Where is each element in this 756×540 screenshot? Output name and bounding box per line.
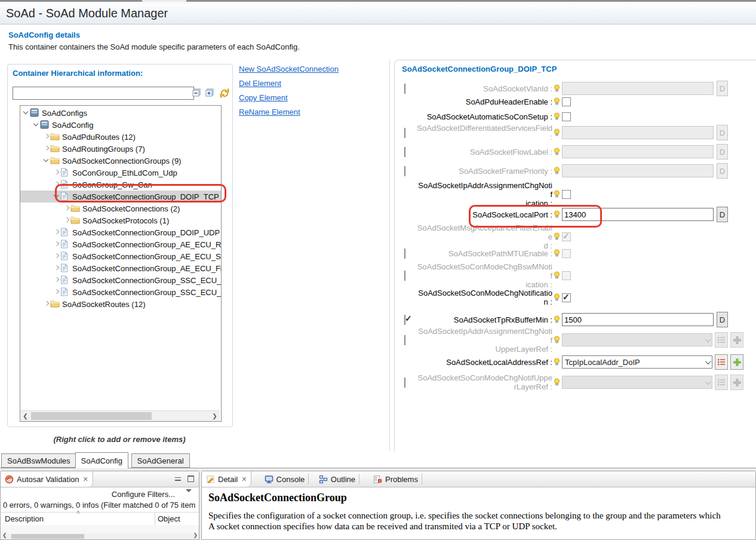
expand-chevron-icon[interactable] — [53, 253, 60, 260]
column-header-description[interactable]: Description — [5, 514, 44, 523]
tree-item-soadsocketconnectiongroup-ae-ecu-rad[interactable]: SoAdSocketConnectionGroup_AE_ECU_Rad — [20, 238, 221, 250]
tree-item-soadroutinggroups-7-[interactable]: SoAdRoutingGroups (7) — [20, 143, 221, 155]
tree-item-soadconfig[interactable]: SoAdConfig — [20, 119, 221, 131]
tree-item-soadsocketconnections-2-[interactable]: SoAdSocketConnections (2) — [20, 202, 221, 214]
minimize-icon[interactable] — [175, 475, 182, 482]
param-label: SoAdSocketFlowLabel : — [416, 148, 552, 157]
collapse-all-icon[interactable] — [192, 88, 202, 98]
expand-chevron-icon[interactable] — [53, 289, 60, 296]
tree-item-soadsocketconnectiongroups-9-[interactable]: SoAdSocketConnectionGroups (9) — [20, 155, 221, 167]
tab-outline[interactable]: Outline — [315, 471, 359, 487]
validation-scrollbar-thumb[interactable] — [11, 534, 84, 539]
folder-icon — [70, 216, 80, 225]
tree-item-soadpduroutes-12-[interactable]: SoAdPduRoutes (12) — [20, 131, 221, 143]
tree-item-soadconfigs[interactable]: SoAdConfigs — [20, 107, 221, 119]
validation-status-text: 0 errors, 0 warnings, 0 infos (Filter ma… — [3, 501, 198, 510]
tree-item-label: SoAdConfig — [52, 121, 93, 130]
link-rename-element[interactable]: ReName Element — [239, 108, 339, 116]
folder-icon — [50, 156, 60, 165]
expand-chevron-icon[interactable] — [63, 205, 70, 212]
param-enable-checkbox[interactable] — [404, 315, 405, 325]
default-value-button[interactable]: D — [717, 312, 728, 327]
expand-chevron-icon[interactable] — [53, 229, 60, 236]
section-title: SoAdConfig details — [8, 30, 80, 39]
reference-list-button[interactable] — [715, 354, 728, 370]
param-enable-checkbox[interactable] — [404, 378, 405, 388]
param-enable-checkbox[interactable] — [404, 84, 405, 94]
param-value-input[interactable] — [562, 208, 714, 221]
param-enable-checkbox[interactable] — [404, 128, 405, 138]
param-value-checkbox[interactable] — [562, 97, 571, 106]
tab-problems[interactable]: Problems — [369, 471, 422, 487]
tab-autosar-validation[interactable]: Autosar Validation ✕ — [1, 471, 93, 487]
top-strip-segment — [0, 0, 142, 2]
param-value-input[interactable] — [562, 313, 714, 326]
param-enable-checkbox[interactable] — [404, 335, 405, 345]
validation-horizontal-scrollbar[interactable]: ❮ ❯ — [1, 533, 199, 539]
scroll-left-arrow[interactable]: ❮ — [2, 532, 7, 538]
collapse-chevron-icon[interactable] — [53, 193, 60, 200]
sheet-tab-soadgeneral[interactable]: SoAdGeneral — [131, 453, 190, 468]
expand-chevron-icon[interactable] — [53, 181, 60, 188]
param-value-checkbox[interactable] — [562, 293, 571, 302]
collapse-chevron-icon[interactable] — [43, 157, 50, 164]
scroll-left-arrow[interactable]: ❮ — [20, 411, 30, 421]
refresh-icon[interactable] — [219, 88, 229, 98]
tree-item-soadsocketconnectiongroup-ssc-ecu-sd[interactable]: SoAdSocketConnectionGroup_SSC_ECU_Sd — [20, 286, 221, 298]
expand-chevron-icon[interactable] — [43, 145, 50, 152]
tree-item-soadsocketprotocols-1-[interactable]: SoAdSocketProtocols (1) — [20, 214, 221, 226]
expand-all-icon[interactable] — [205, 88, 215, 98]
close-icon[interactable]: ✕ — [83, 475, 88, 483]
expand-chevron-icon[interactable] — [43, 133, 50, 140]
scroll-right-arrow[interactable]: ❯ — [210, 411, 220, 421]
tree-item-soadsocketconnectiongroup-doip-tcp[interactable]: SoAdSocketConnectionGroup_DOIP_TCP — [20, 191, 221, 202]
param-value-input — [562, 145, 714, 158]
tab-detail[interactable]: Detail✕ — [202, 471, 251, 487]
collapse-chevron-icon[interactable] — [33, 121, 40, 128]
view-menu-icon[interactable] — [186, 489, 192, 495]
tree-item-soadsocketconnectiongroup-doip-udp[interactable]: SoAdSocketConnectionGroup_DOIP_UDP — [20, 226, 221, 238]
param-value-checkbox[interactable] — [562, 190, 571, 199]
expand-chevron-icon[interactable] — [63, 217, 70, 224]
close-icon[interactable]: ✕ — [241, 475, 247, 483]
param-enable-checkbox[interactable] — [404, 271, 405, 281]
section-description: This container containers the SoAd modul… — [8, 42, 300, 51]
tree-search-input[interactable] — [13, 87, 194, 100]
expand-chevron-icon[interactable] — [53, 265, 60, 272]
expand-chevron-icon[interactable] — [53, 277, 60, 284]
param-reference-dropdown[interactable]: TcpIpLocalAddr_DoIP — [562, 355, 712, 369]
param-label: SoAdSocketSoConModeChgNotificatio n : — [416, 289, 552, 306]
expand-chevron-icon[interactable] — [43, 300, 50, 308]
tree-item-soadsocketconnectiongroup-ssc-ecu-sd[interactable]: SoAdSocketConnectionGroup_SSC_ECU_Sd — [20, 274, 221, 286]
scroll-right-arrow[interactable]: ❯ — [193, 532, 198, 538]
param-row-soadsocketautomaticsoconsetup: SoAdSocketAutomaticSoConSetup : — [404, 111, 753, 122]
column-header-object[interactable]: Object — [158, 514, 180, 523]
tree-item-soadsocketconnectiongroup-ae-ecu-filei[interactable]: SoAdSocketConnectionGroup_AE_ECU_FileI — [20, 262, 221, 274]
tab-console[interactable]: Console — [260, 471, 309, 487]
tree-horizontal-scrollbar[interactable]: ❮ ❯ — [20, 410, 220, 421]
expand-chevron-icon[interactable] — [53, 169, 60, 176]
param-value-checkbox[interactable] — [562, 112, 571, 121]
sheet-tab-soadconfig[interactable]: SoAdConfig — [75, 452, 128, 468]
tree-item-soadsocketroutes-12-[interactable]: SoAdSocketRoutes (12) — [20, 298, 221, 310]
column-divider[interactable] — [155, 513, 155, 525]
link-copy-element[interactable]: Copy Element — [239, 93, 339, 102]
param-row-soadsocketmsgacceptancefilterenabled: SoAdSocketMsgAcceptanceFilterEnable d : — [404, 226, 753, 247]
tree-item-socongroup-gw-can[interactable]: SoConGroup_Gw_Can — [20, 179, 221, 191]
link-del-element[interactable]: Del Element — [239, 79, 339, 88]
sheet-tab-soadbswmodules[interactable]: SoAdBswModules — [1, 453, 76, 468]
collapse-chevron-icon[interactable] — [23, 109, 30, 116]
maximize-icon[interactable] — [188, 475, 194, 482]
tree-item-soadsocketconnectiongroup-ae-ecu-son[interactable]: SoAdSocketConnectionGroup_AE_ECU_Son — [20, 250, 221, 262]
default-value-button: D — [717, 125, 728, 140]
tree-item-socongroup-ethldcom-udp[interactable]: SoConGroup_EthLdCom_Udp — [20, 167, 221, 179]
param-enable-checkbox[interactable] — [404, 147, 405, 157]
expand-chevron-icon[interactable] — [53, 241, 60, 248]
configure-filters-button[interactable]: Configure Filters... — [112, 490, 175, 499]
tree-scrollbar-thumb[interactable] — [31, 412, 152, 420]
param-enable-checkbox[interactable] — [404, 248, 405, 259]
param-enable-checkbox[interactable] — [404, 166, 405, 176]
default-value-button[interactable]: D — [717, 207, 728, 222]
link-new-soadsocketconnection[interactable]: New SoAdSocketConnection — [239, 65, 339, 73]
add-reference-button[interactable] — [730, 354, 743, 370]
